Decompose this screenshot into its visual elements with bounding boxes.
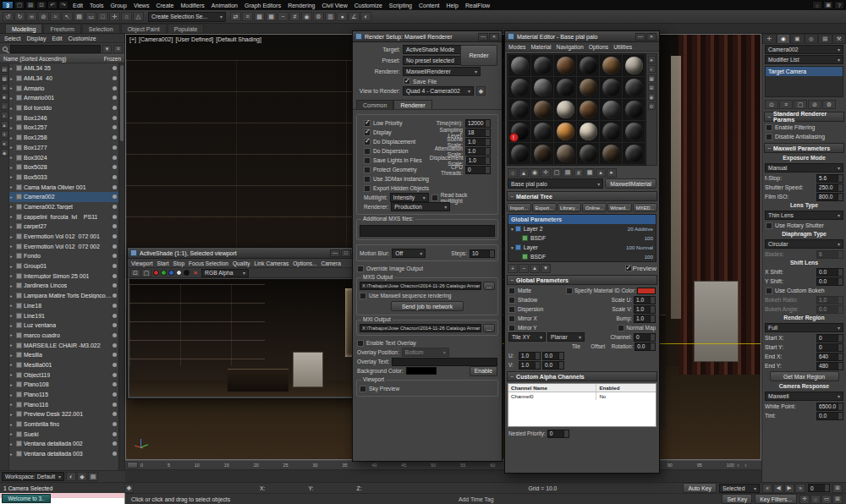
mirror-x-checkbox[interactable]: [508, 315, 515, 322]
expand-arrow-icon[interactable]: [10, 264, 16, 269]
material-sample-sphere[interactable]: [511, 123, 529, 140]
visibility-dot-icon[interactable]: [113, 363, 117, 367]
material-sample-slot[interactable]: [508, 77, 530, 98]
material-sample-sphere[interactable]: [602, 145, 620, 162]
tiling-icon[interactable]: ⊞: [648, 84, 656, 91]
expand-arrow-icon[interactable]: [10, 372, 16, 377]
expand-arrow-icon[interactable]: [10, 135, 16, 140]
assign-material-icon[interactable]: ◉: [530, 168, 540, 178]
param-value[interactable]: 0.0: [816, 305, 843, 314]
auto-key-button[interactable]: Auto Key: [683, 483, 717, 493]
rotary-shutter-checkbox[interactable]: [766, 222, 772, 229]
scene-object-row[interactable]: Luz ventana: [9, 320, 118, 331]
window-crossing-icon[interactable]: □: [97, 12, 108, 21]
preview-checkbox[interactable]: [625, 265, 632, 271]
modifier-list-dropdown[interactable]: Modifier List: [765, 55, 843, 64]
expand-arrow-icon[interactable]: [10, 145, 16, 150]
material-sample-sphere[interactable]: [625, 79, 643, 96]
expand-arrow-icon[interactable]: [10, 441, 16, 446]
activeshade-menu-item[interactable]: Link Cameras: [255, 260, 289, 266]
param-value[interactable]: 800.0: [816, 193, 843, 201]
expand-arrow-icon[interactable]: [10, 106, 16, 111]
scene-object-row[interactable]: Box3024: [9, 152, 118, 162]
expand-arrow-icon[interactable]: [10, 244, 16, 249]
param-value[interactable]: 0.0: [816, 412, 843, 420]
select-and-rotate-icon[interactable]: ○: [121, 12, 132, 21]
visibility-dot-icon[interactable]: [113, 125, 117, 129]
param-value[interactable]: 640: [816, 353, 843, 361]
visibility-dot-icon[interactable]: [113, 304, 117, 308]
select-and-move-icon[interactable]: ✛: [109, 12, 120, 21]
expand-arrow-icon[interactable]: [10, 323, 16, 328]
render-region-dropdown[interactable]: Full: [765, 323, 843, 332]
u-offset-value[interactable]: 0.0: [542, 352, 564, 360]
material-editor-menu-item[interactable]: Utilities: [613, 44, 632, 50]
material-sample-sphere[interactable]: [534, 123, 552, 140]
expand-arrow-icon[interactable]: [10, 422, 16, 427]
expand-arrow-icon[interactable]: [10, 353, 16, 358]
expand-arrow-icon[interactable]: [10, 431, 16, 436]
motion-tab-icon[interactable]: ◎: [805, 34, 819, 44]
material-sample-slot[interactable]: [531, 143, 553, 164]
make-unique-icon[interactable]: ▢: [794, 100, 807, 109]
material-sample-slot[interactable]: [554, 143, 576, 164]
material-sample-sphere[interactable]: [580, 57, 597, 74]
material-tree-row[interactable]: Layer 2 20 Additive: [508, 224, 656, 233]
curve-editor-icon[interactable]: ~: [277, 12, 288, 21]
ribbon-tab[interactable]: Selection: [82, 24, 120, 33]
global-parameters-rollout[interactable]: Global Parameters: [507, 275, 657, 285]
material-tree-button[interactable]: Export...: [532, 203, 557, 212]
visibility-dot-icon[interactable]: [113, 422, 117, 426]
send-job-button[interactable]: Send job to network: [391, 301, 464, 311]
previous-frame-icon[interactable]: ◀: [773, 484, 783, 493]
visibility-dot-icon[interactable]: [113, 264, 117, 268]
material-sample-sphere[interactable]: [602, 79, 620, 96]
material-sample-sphere[interactable]: [557, 145, 574, 162]
option-checkbox[interactable]: [364, 139, 371, 145]
scene-object-row[interactable]: Evermotion Vol 012_072 002: [9, 241, 118, 251]
explorer-options-icon[interactable]: ≡: [113, 45, 123, 53]
undo-icon[interactable]: ↺: [3, 12, 14, 21]
option-checkbox[interactable]: [364, 185, 371, 192]
viewport-label-token[interactable]: [+]: [129, 36, 136, 42]
expand-arrow-icon[interactable]: [10, 402, 16, 407]
schematic-view-icon[interactable]: #: [289, 12, 300, 21]
material-sample-slot[interactable]: [600, 55, 622, 76]
rotation-value[interactable]: 0.0: [634, 342, 656, 351]
expand-arrow-icon[interactable]: [10, 382, 16, 387]
render-setup-tab[interactable]: Common: [356, 100, 393, 109]
visibility-dot-icon[interactable]: [113, 96, 117, 100]
material-sample-sphere[interactable]: [557, 79, 574, 96]
overlay-position-dropdown[interactable]: Bottom: [402, 348, 449, 357]
move-down-icon[interactable]: ▾: [541, 264, 551, 273]
material-sample-slot[interactable]: [531, 77, 553, 98]
normal-map-checkbox[interactable]: [618, 325, 624, 331]
mirror-icon[interactable]: ⇄: [230, 12, 241, 21]
layer-manager-icon[interactable]: ▩: [254, 12, 265, 21]
remove-layer-icon[interactable]: −: [519, 264, 529, 273]
utilities-tab-icon[interactable]: ⚒: [832, 34, 846, 44]
material-sample-sphere[interactable]: [557, 57, 574, 74]
scene-object-row[interactable]: Camera002.Target: [9, 202, 118, 212]
expand-arrow-icon[interactable]: [10, 85, 16, 90]
explorer-menu-item[interactable]: Display: [26, 36, 46, 41]
mxi-output-path[interactable]: X:\Trabajos\Jose Chacron\2014-11-26 Cata…: [360, 324, 481, 332]
explorer-scrollbar[interactable]: [118, 63, 124, 470]
option-checkbox[interactable]: [364, 167, 371, 173]
move-up-icon[interactable]: ▴: [530, 264, 540, 273]
scene-object-row[interactable]: Jardinera Lincos: [9, 281, 118, 291]
material-sample-sphere[interactable]: [534, 57, 552, 74]
scene-object-row[interactable]: Group01: [9, 261, 118, 271]
snap-toggle-icon[interactable]: ∠: [349, 12, 360, 21]
scale-u-value[interactable]: 1.0: [634, 296, 656, 304]
dispersion-checkbox[interactable]: [508, 306, 515, 313]
expand-arrow-icon[interactable]: [10, 184, 16, 189]
time-slider-handle[interactable]: [127, 462, 138, 468]
material-sample-slot[interactable]: [577, 143, 599, 164]
material-tree-rollout[interactable]: Material Tree: [507, 191, 657, 201]
visibility-dot-icon[interactable]: [113, 412, 117, 416]
sign-in-icon[interactable]: ▣: [823, 1, 833, 9]
tiling-mode-dropdown[interactable]: Tile XY: [508, 332, 546, 342]
scene-object-row[interactable]: Interruptor Simon 25 001: [9, 271, 118, 281]
redo-icon[interactable]: ↻: [14, 12, 25, 21]
